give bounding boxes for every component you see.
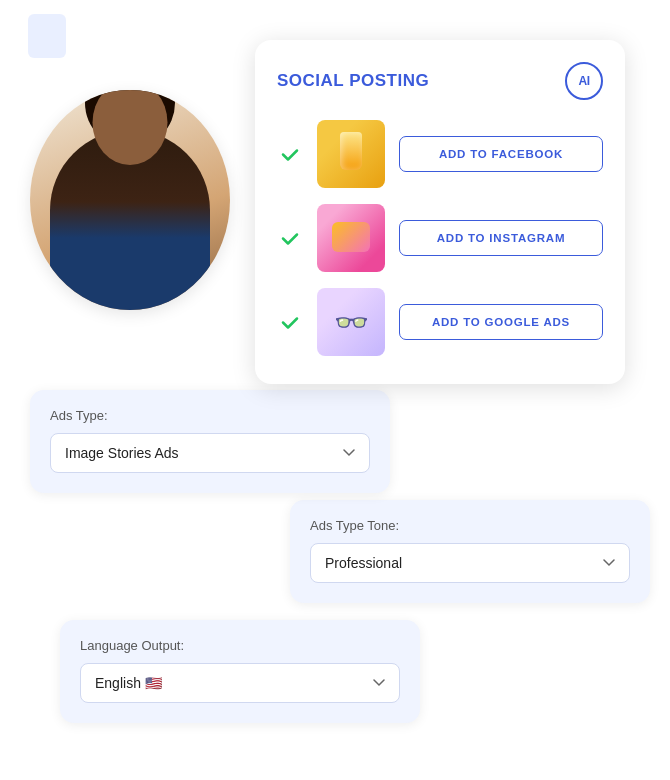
person-photo (30, 90, 230, 310)
add-to-instagram-button[interactable]: ADD TO INSTAGRAM (399, 220, 603, 256)
product-image-perfume (317, 120, 385, 188)
ai-label: AI (579, 74, 590, 88)
product-image-glasses (317, 288, 385, 356)
language-label: Language Output: (80, 638, 400, 653)
ads-type-label: Ads Type: (50, 408, 370, 423)
add-to-google-ads-button[interactable]: ADD TO GOOGLE ADS (399, 304, 603, 340)
card-title: SOCIAL POSTING (277, 71, 429, 91)
facebook-row: ADD TO FACEBOOK (277, 120, 603, 188)
ads-type-select[interactable]: Image Stories Ads Video Ads Carousel Ads… (50, 433, 370, 473)
google-ads-row: ADD TO GOOGLE ADS (277, 288, 603, 356)
language-card: Language Output: English 🇺🇸 Spanish 🇪🇸 F… (60, 620, 420, 723)
language-select[interactable]: English 🇺🇸 Spanish 🇪🇸 French 🇫🇷 German 🇩… (80, 663, 400, 703)
social-posting-card: SOCIAL POSTING AI ADD TO FACEBOOK ADD TO… (255, 40, 625, 384)
instagram-row: ADD TO INSTAGRAM (277, 204, 603, 272)
ads-tone-label: Ads Type Tone: (310, 518, 630, 533)
ads-tone-select[interactable]: Professional Casual Friendly Formal Humo… (310, 543, 630, 583)
decorative-shape (28, 14, 66, 58)
check-icon-google (277, 309, 303, 335)
product-image-bag (317, 204, 385, 272)
add-to-facebook-button[interactable]: ADD TO FACEBOOK (399, 136, 603, 172)
ads-tone-card: Ads Type Tone: Professional Casual Frien… (290, 500, 650, 603)
check-icon-facebook (277, 141, 303, 167)
check-icon-instagram (277, 225, 303, 251)
ai-badge: AI (565, 62, 603, 100)
ads-type-card: Ads Type: Image Stories Ads Video Ads Ca… (30, 390, 390, 493)
card-header: SOCIAL POSTING AI (277, 62, 603, 100)
